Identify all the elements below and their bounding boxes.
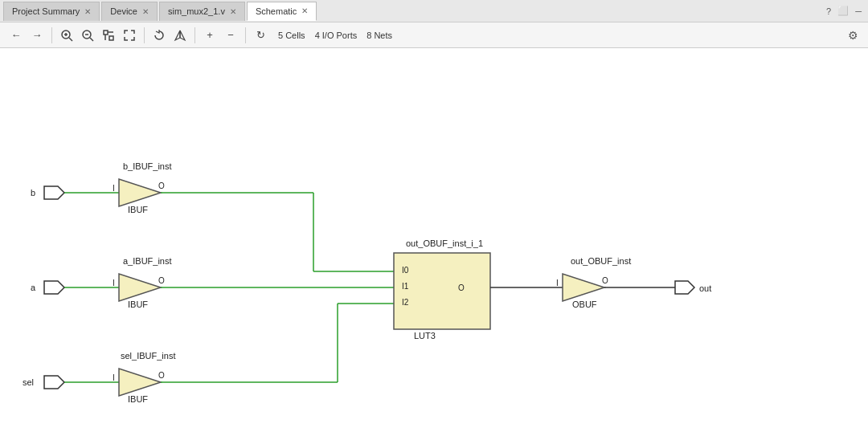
refresh-button[interactable]: ↻: [251, 26, 270, 45]
a-ibuf-input-label: I: [113, 279, 115, 287]
toolbar: ← → + − ↻ 5 Cells 4 I/O Ports 8 Nets ⚙: [0, 22, 868, 48]
tab-sim-mux2-label: sim_mux2_1.v: [168, 6, 225, 16]
port-a-label: a: [31, 283, 36, 292]
remove-button[interactable]: −: [221, 26, 240, 45]
lut3-o-label: O: [458, 283, 465, 292]
tab-schematic[interactable]: Schematic ✕: [247, 2, 317, 21]
tab-schematic-close[interactable]: ✕: [301, 6, 308, 15]
nets-count[interactable]: 8 Nets: [366, 31, 392, 40]
tab-sim-mux2-close[interactable]: ✕: [230, 7, 236, 16]
b-ibuf-name: b_IBUF_inst: [123, 161, 172, 171]
zoom-out-button[interactable]: [78, 26, 97, 45]
rotate-button[interactable]: [149, 26, 169, 45]
a-ibuf-name: a_IBUF_inst: [123, 256, 172, 266]
sep-2: [144, 27, 145, 43]
sep-1: [51, 27, 52, 43]
lut3-i2-label: I2: [402, 298, 409, 307]
zoom-in-button[interactable]: [57, 26, 76, 45]
lut3-type: LUT3: [414, 331, 436, 340]
sel-ibuf-symbol[interactable]: [119, 369, 161, 396]
a-ibuf-symbol[interactable]: [119, 274, 161, 301]
sel-ibuf-name: sel_IBUF_inst: [121, 351, 175, 361]
a-ibuf-type: IBUF: [128, 300, 148, 309]
sel-ibuf-output-label: O: [158, 371, 165, 380]
schematic-info: 5 Cells 4 I/O Ports 8 Nets: [278, 31, 392, 40]
port-out-label: out: [699, 283, 711, 293]
schematic-canvas[interactable]: b b_IBUF_inst I O IBUF a a_IBUF_inst I O…: [0, 48, 868, 432]
sel-ibuf-type: IBUF: [128, 394, 148, 404]
port-sel-label: sel: [23, 377, 34, 387]
window-controls: ? ⬜ ─: [826, 6, 868, 16]
restore-button[interactable]: ⬜: [837, 6, 849, 16]
svg-rect-8: [109, 36, 113, 40]
tab-device-close[interactable]: ✕: [142, 7, 149, 16]
lut3-i0-label: I0: [402, 266, 409, 275]
tab-bar: Project Summary ✕ Device ✕ sim_mux2_1.v …: [0, 0, 868, 22]
tab-sim-mux2[interactable]: sim_mux2_1.v ✕: [159, 2, 245, 21]
io-ports-count[interactable]: 4 I/O Ports: [315, 31, 358, 40]
tab-device[interactable]: Device ✕: [101, 2, 158, 21]
a-ibuf-output-label: O: [158, 276, 165, 285]
port-b[interactable]: [44, 186, 64, 199]
settings-button[interactable]: ⚙: [845, 26, 862, 45]
mirror-button[interactable]: [170, 26, 190, 45]
svg-rect-7: [104, 31, 108, 35]
obuf-output-label: O: [602, 276, 608, 285]
add-button[interactable]: +: [200, 26, 219, 45]
svg-line-1: [69, 38, 72, 41]
help-button[interactable]: ?: [826, 6, 831, 16]
lut3-instance-name: out_OBUF_inst_i_1: [406, 238, 483, 248]
obuf-input-label: I: [556, 279, 559, 287]
tab-device-label: Device: [110, 6, 137, 16]
sel-ibuf-input-label: I: [113, 373, 115, 382]
schematic-diagram: b b_IBUF_inst I O IBUF a a_IBUF_inst I O…: [0, 48, 868, 432]
svg-marker-12: [180, 31, 185, 40]
port-a[interactable]: [44, 281, 64, 294]
obuf-symbol[interactable]: [563, 274, 604, 301]
forward-button[interactable]: →: [27, 26, 47, 45]
expand-button[interactable]: [120, 26, 139, 45]
sep-3: [194, 27, 195, 43]
port-out[interactable]: [675, 281, 694, 294]
obuf-type: OBUF: [572, 300, 597, 309]
b-ibuf-output-label: O: [158, 181, 165, 190]
cells-count[interactable]: 5 Cells: [278, 31, 305, 40]
port-sel[interactable]: [44, 376, 64, 389]
fit-button[interactable]: [99, 26, 118, 45]
sep-4: [245, 27, 246, 43]
b-ibuf-symbol[interactable]: [119, 179, 161, 206]
minimize-button[interactable]: ─: [855, 6, 862, 16]
tab-project-summary-label: Project Summary: [12, 6, 80, 16]
tab-project-summary[interactable]: Project Summary ✕: [3, 2, 100, 21]
obuf-instance-name: out_OBUF_inst: [571, 256, 631, 266]
svg-line-5: [90, 38, 93, 41]
lut3-i1-label: I1: [402, 282, 409, 291]
b-ibuf-input-label: I: [113, 184, 115, 193]
lut3-box[interactable]: [394, 253, 490, 329]
b-ibuf-type: IBUF: [128, 205, 148, 214]
svg-marker-11: [175, 31, 180, 40]
back-button[interactable]: ←: [6, 26, 26, 45]
tab-schematic-label: Schematic: [256, 6, 297, 16]
port-b-label: b: [31, 188, 35, 198]
tab-project-summary-close[interactable]: ✕: [84, 7, 91, 16]
